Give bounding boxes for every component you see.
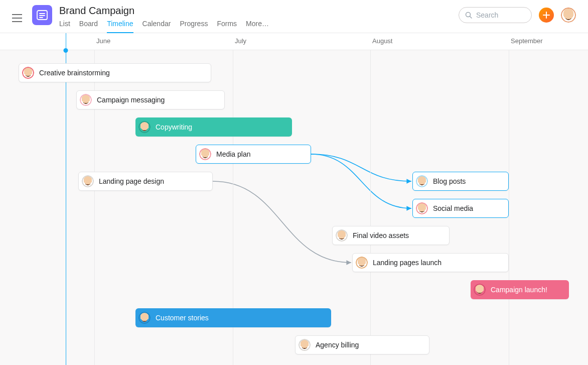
task-label: Landing page design: [99, 177, 164, 185]
assignee-avatar: [82, 175, 94, 187]
assignee-avatar: [416, 202, 428, 214]
month-label: June: [96, 37, 110, 45]
connector: [311, 154, 411, 208]
task-label: Agency billing: [316, 341, 359, 349]
task-label: Campaign launch!: [491, 286, 547, 294]
task-copy[interactable]: Copywriting: [135, 117, 292, 137]
task-blog[interactable]: Blog posts: [412, 172, 509, 191]
today-line: [66, 33, 66, 365]
month-label: July: [235, 37, 246, 45]
search-input[interactable]: [476, 11, 525, 19]
top-bar: Brand Campaign ListBoardTimelineCalendar…: [0, 0, 588, 33]
add-button[interactable]: [539, 8, 554, 23]
task-launchlp[interactable]: Landing pages launch: [352, 253, 509, 272]
connector: [311, 154, 411, 181]
user-avatar[interactable]: [561, 8, 576, 23]
tab-calendar[interactable]: Calendar: [142, 20, 171, 33]
tab-timeline[interactable]: Timeline: [107, 20, 133, 33]
assignee-avatar: [336, 229, 348, 241]
connector: [213, 181, 351, 263]
task-launch[interactable]: Campaign launch!: [471, 280, 569, 299]
task-video[interactable]: Final video assets: [332, 226, 450, 245]
svg-rect-0: [37, 11, 47, 20]
project-icon: [32, 5, 52, 25]
svg-line-5: [470, 17, 472, 19]
assignee-avatar: [138, 121, 151, 133]
task-billing[interactable]: Agency billing: [295, 335, 429, 354]
search-box[interactable]: [459, 7, 532, 23]
assignee-avatar: [474, 284, 486, 296]
tab-board[interactable]: Board: [79, 20, 98, 33]
tab-list[interactable]: List: [59, 20, 70, 33]
assignee-avatar: [416, 175, 428, 187]
assignee-avatar: [356, 257, 368, 269]
assignee-avatar: [80, 94, 92, 106]
assignee-avatar: [199, 148, 211, 160]
task-messaging[interactable]: Campaign messaging: [76, 90, 225, 109]
task-label: Customer stories: [156, 314, 209, 322]
tab-more[interactable]: More…: [246, 20, 269, 33]
month-gridline: [509, 50, 509, 365]
assignee-avatar: [299, 339, 311, 351]
task-label: Copywriting: [156, 123, 192, 131]
task-label: Campaign messaging: [97, 96, 165, 104]
task-creative[interactable]: Creative brainstorming: [19, 63, 211, 82]
list-board-icon: [37, 10, 48, 21]
timeline[interactable]: JuneJulyAugustSeptember Creative brainst…: [0, 33, 588, 365]
menu-toggle-button[interactable]: [9, 10, 25, 26]
task-landing[interactable]: Landing page design: [78, 172, 213, 191]
month-gridline: [370, 50, 371, 365]
month-label: August: [372, 37, 392, 45]
tab-progress[interactable]: Progress: [180, 20, 208, 33]
search-icon: [465, 12, 472, 19]
month-header: JuneJulyAugustSeptember: [0, 33, 588, 50]
task-label: Landing pages launch: [373, 259, 442, 267]
task-label: Final video assets: [353, 231, 409, 239]
project-tabs: ListBoardTimelineCalendarProgressFormsMo…: [59, 20, 269, 33]
task-social[interactable]: Social media: [412, 199, 509, 218]
month-label: September: [511, 37, 543, 45]
assignee-avatar: [22, 67, 34, 79]
task-label: Blog posts: [433, 177, 466, 185]
task-label: Social media: [433, 204, 473, 212]
hamburger-icon: [12, 14, 22, 22]
task-stories[interactable]: Customer stories: [135, 308, 331, 327]
task-label: Media plan: [216, 150, 251, 158]
task-media[interactable]: Media plan: [196, 145, 311, 164]
task-label: Creative brainstorming: [39, 69, 110, 77]
plus-icon: [543, 12, 550, 19]
today-dot: [64, 48, 68, 53]
tab-forms[interactable]: Forms: [217, 20, 237, 33]
project-title: Brand Campaign: [59, 4, 269, 17]
assignee-avatar: [138, 312, 151, 324]
